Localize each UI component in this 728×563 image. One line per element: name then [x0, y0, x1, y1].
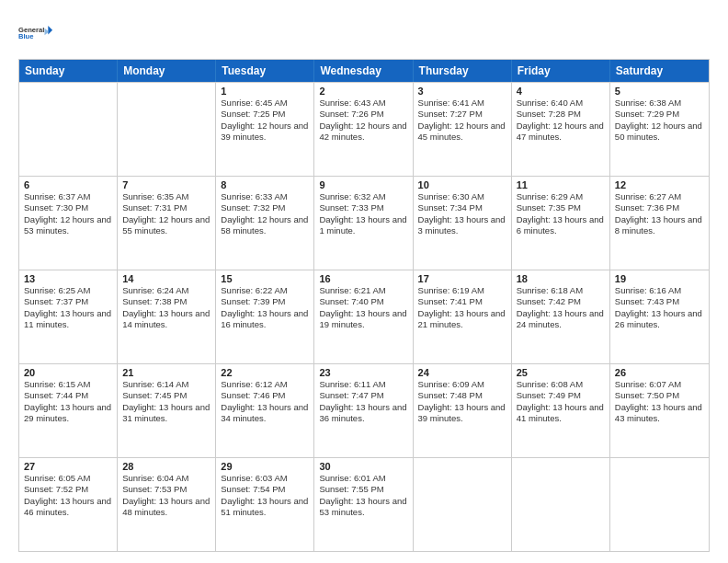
day-number: 6 — [24, 179, 112, 190]
calendar-cell: 30 Sunrise: 6:01 AM Sunset: 7:55 PM Dayl… — [314, 458, 413, 551]
sunrise-text: Sunrise: 6:25 AM — [24, 285, 112, 296]
calendar-cell: 23 Sunrise: 6:11 AM Sunset: 7:47 PM Dayl… — [314, 364, 413, 457]
sunrise-text: Sunrise: 6:37 AM — [24, 191, 112, 202]
day-number: 3 — [418, 86, 506, 97]
calendar-cell — [414, 458, 512, 551]
daylight-text: Daylight: 12 hours and 50 minutes. — [615, 121, 704, 144]
day-of-week-saturday: Saturday — [610, 60, 709, 82]
day-number: 2 — [319, 86, 407, 97]
day-number: 8 — [221, 179, 309, 190]
day-number: 11 — [517, 179, 605, 190]
calendar-cell — [610, 458, 709, 551]
sunrise-text: Sunrise: 6:32 AM — [319, 191, 407, 202]
day-number: 30 — [319, 461, 407, 472]
sunset-text: Sunset: 7:36 PM — [615, 202, 704, 213]
calendar-cell: 17 Sunrise: 6:19 AM Sunset: 7:41 PM Dayl… — [414, 270, 512, 363]
sunrise-text: Sunrise: 6:09 AM — [418, 379, 506, 390]
sunrise-text: Sunrise: 6:22 AM — [221, 285, 309, 296]
sunset-text: Sunset: 7:25 PM — [221, 109, 309, 120]
calendar-cell: 1 Sunrise: 6:45 AM Sunset: 7:25 PM Dayli… — [216, 83, 314, 176]
sunset-text: Sunset: 7:40 PM — [319, 296, 407, 307]
day-number: 24 — [418, 367, 506, 378]
sunset-text: Sunset: 7:34 PM — [418, 202, 506, 213]
calendar-cell: 24 Sunrise: 6:09 AM Sunset: 7:48 PM Dayl… — [414, 364, 512, 457]
day-number: 13 — [24, 273, 112, 284]
day-number: 10 — [418, 179, 506, 190]
calendar-cell: 4 Sunrise: 6:40 AM Sunset: 7:28 PM Dayli… — [512, 83, 610, 176]
daylight-text: Daylight: 13 hours and 26 minutes. — [615, 308, 704, 331]
day-number: 19 — [615, 273, 704, 284]
daylight-text: Daylight: 13 hours and 14 minutes. — [122, 308, 210, 331]
daylight-text: Daylight: 13 hours and 3 minutes. — [418, 214, 506, 237]
calendar-week-1: 1 Sunrise: 6:45 AM Sunset: 7:25 PM Dayli… — [19, 82, 709, 176]
daylight-text: Daylight: 13 hours and 43 minutes. — [615, 402, 704, 425]
calendar-cell — [512, 458, 610, 551]
daylight-text: Daylight: 13 hours and 8 minutes. — [615, 214, 704, 237]
day-number: 12 — [615, 179, 704, 190]
sunset-text: Sunset: 7:30 PM — [24, 202, 112, 213]
calendar-cell: 11 Sunrise: 6:29 AM Sunset: 7:35 PM Dayl… — [512, 177, 610, 270]
sunset-text: Sunset: 7:32 PM — [221, 202, 309, 213]
day-number: 1 — [221, 86, 309, 97]
sunrise-text: Sunrise: 6:33 AM — [221, 191, 309, 202]
sunset-text: Sunset: 7:43 PM — [615, 296, 704, 307]
daylight-text: Daylight: 13 hours and 39 minutes. — [418, 402, 506, 425]
sunset-text: Sunset: 7:35 PM — [517, 202, 605, 213]
sunrise-text: Sunrise: 6:01 AM — [319, 473, 407, 484]
sunset-text: Sunset: 7:54 PM — [221, 484, 309, 495]
day-number: 18 — [517, 273, 605, 284]
sunrise-text: Sunrise: 6:30 AM — [418, 191, 506, 202]
logo: General Blue — [18, 15, 53, 50]
calendar-cell: 16 Sunrise: 6:21 AM Sunset: 7:40 PM Dayl… — [314, 270, 413, 363]
sunrise-text: Sunrise: 6:19 AM — [418, 285, 506, 296]
sunset-text: Sunset: 7:33 PM — [319, 202, 407, 213]
calendar-cell: 6 Sunrise: 6:37 AM Sunset: 7:30 PM Dayli… — [19, 177, 118, 270]
sunset-text: Sunset: 7:50 PM — [615, 390, 704, 401]
sunset-text: Sunset: 7:52 PM — [24, 484, 112, 495]
sunrise-text: Sunrise: 6:21 AM — [319, 285, 407, 296]
daylight-text: Daylight: 13 hours and 48 minutes. — [122, 496, 210, 519]
calendar-cell: 2 Sunrise: 6:43 AM Sunset: 7:26 PM Dayli… — [314, 83, 413, 176]
day-number: 29 — [221, 461, 309, 472]
calendar-cell — [118, 83, 216, 176]
day-number: 27 — [24, 461, 112, 472]
day-number: 20 — [24, 367, 112, 378]
sunrise-text: Sunrise: 6:41 AM — [418, 98, 506, 109]
calendar-cell: 26 Sunrise: 6:07 AM Sunset: 7:50 PM Dayl… — [610, 364, 709, 457]
day-of-week-wednesday: Wednesday — [314, 60, 413, 82]
sunrise-text: Sunrise: 6:14 AM — [122, 379, 210, 390]
daylight-text: Daylight: 13 hours and 29 minutes. — [24, 402, 112, 425]
calendar-cell: 22 Sunrise: 6:12 AM Sunset: 7:46 PM Dayl… — [216, 364, 314, 457]
daylight-text: Daylight: 12 hours and 39 minutes. — [221, 121, 309, 144]
sunset-text: Sunset: 7:38 PM — [122, 296, 210, 307]
sunset-text: Sunset: 7:42 PM — [517, 296, 605, 307]
day-number: 7 — [122, 179, 210, 190]
sunrise-text: Sunrise: 6:35 AM — [122, 191, 210, 202]
calendar-cell — [19, 83, 118, 176]
sunrise-text: Sunrise: 6:27 AM — [615, 191, 704, 202]
day-number: 23 — [319, 367, 407, 378]
sunrise-text: Sunrise: 6:08 AM — [517, 379, 605, 390]
sunrise-text: Sunrise: 6:45 AM — [221, 98, 309, 109]
calendar-cell: 3 Sunrise: 6:41 AM Sunset: 7:27 PM Dayli… — [414, 83, 512, 176]
calendar-cell: 15 Sunrise: 6:22 AM Sunset: 7:39 PM Dayl… — [216, 270, 314, 363]
sunrise-text: Sunrise: 6:24 AM — [122, 285, 210, 296]
sunset-text: Sunset: 7:41 PM — [418, 296, 506, 307]
calendar-cell: 14 Sunrise: 6:24 AM Sunset: 7:38 PM Dayl… — [118, 270, 216, 363]
daylight-text: Daylight: 13 hours and 1 minute. — [319, 214, 407, 237]
calendar-cell: 25 Sunrise: 6:08 AM Sunset: 7:49 PM Dayl… — [512, 364, 610, 457]
day-number: 4 — [517, 86, 605, 97]
sunset-text: Sunset: 7:29 PM — [615, 109, 704, 120]
calendar-cell: 28 Sunrise: 6:04 AM Sunset: 7:53 PM Dayl… — [118, 458, 216, 551]
calendar: SundayMondayTuesdayWednesdayThursdayFrid… — [18, 59, 710, 552]
svg-text:Blue: Blue — [18, 32, 33, 40]
sunset-text: Sunset: 7:49 PM — [517, 390, 605, 401]
day-of-week-sunday: Sunday — [19, 60, 118, 82]
day-number: 15 — [221, 273, 309, 284]
daylight-text: Daylight: 12 hours and 42 minutes. — [319, 121, 407, 144]
daylight-text: Daylight: 13 hours and 11 minutes. — [24, 308, 112, 331]
day-of-week-thursday: Thursday — [414, 60, 512, 82]
calendar-cell: 21 Sunrise: 6:14 AM Sunset: 7:45 PM Dayl… — [118, 364, 216, 457]
daylight-text: Daylight: 13 hours and 36 minutes. — [319, 402, 407, 425]
sunset-text: Sunset: 7:45 PM — [122, 390, 210, 401]
